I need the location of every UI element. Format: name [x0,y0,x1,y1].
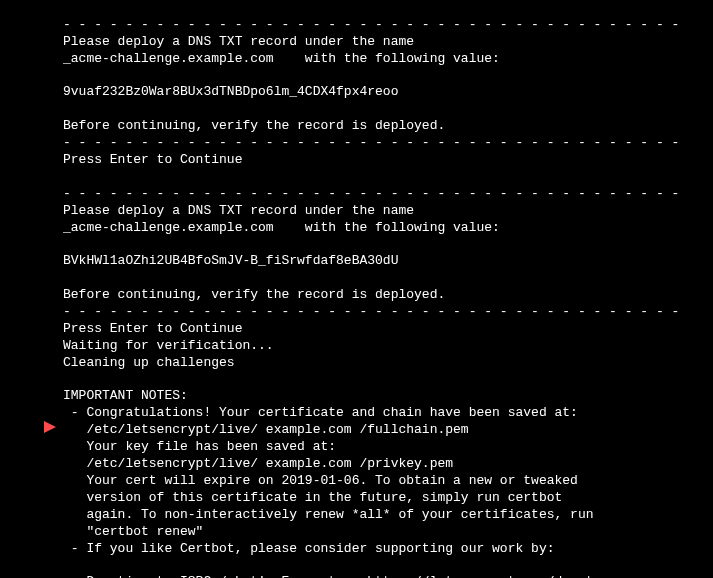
congrats-line: - Congratulations! Your certificate and … [63,405,578,420]
dns-token: 9vuaf232Bz0War8BUx3dTNBDpo6lm_4CDX4fpx4r… [63,84,398,99]
support-line: - If you like Certbot, please consider s… [63,541,554,556]
terminal-output[interactable]: - - - - - - - - - - - - - - - - - - - - … [0,0,713,578]
fullchain-path: /etc/letsencrypt/live/ example.com /full… [63,422,469,437]
separator-line: - - - - - - - - - - - - - - - - - - - - … [63,186,679,201]
donate-isrg: Donating to ISRG / Let's Encrypt: https:… [63,574,601,578]
renew-line: again. To non-interactively renew *all* … [63,507,594,522]
renew-line: version of this certificate in the futur… [63,490,562,505]
separator-line: - - - - - - - - - - - - - - - - - - - - … [63,135,679,150]
important-notes-header: IMPORTANT NOTES: [63,388,188,403]
press-enter-prompt: Press Enter to Continue [63,321,242,336]
verify-instruction: Before continuing, verify the record is … [63,287,445,302]
deploy-domain: _acme-challenge.example.com with the fol… [63,51,500,66]
verify-instruction: Before continuing, verify the record is … [63,118,445,133]
key-file-line: Your key file has been saved at: [63,439,336,454]
separator-line: - - - - - - - - - - - - - - - - - - - - … [63,17,679,32]
cleaning-message: Cleaning up challenges [63,355,235,370]
dns-token: BVkHWl1aOZhi2UB4BfoSmJV-B_fiSrwfdaf8eBA3… [63,253,398,268]
press-enter-prompt: Press Enter to Continue [63,152,242,167]
expiry-line: Your cert will expire on 2019-01-06. To … [63,473,578,488]
deploy-instruction: Please deploy a DNS TXT record under the… [63,203,414,218]
renew-command: "certbot renew" [63,524,203,539]
privkey-path: /etc/letsencrypt/live/ example.com /priv… [63,456,453,471]
waiting-message: Waiting for verification... [63,338,274,353]
deploy-domain: _acme-challenge.example.com with the fol… [63,220,500,235]
deploy-instruction: Please deploy a DNS TXT record under the… [63,34,414,49]
separator-line: - - - - - - - - - - - - - - - - - - - - … [63,304,679,319]
